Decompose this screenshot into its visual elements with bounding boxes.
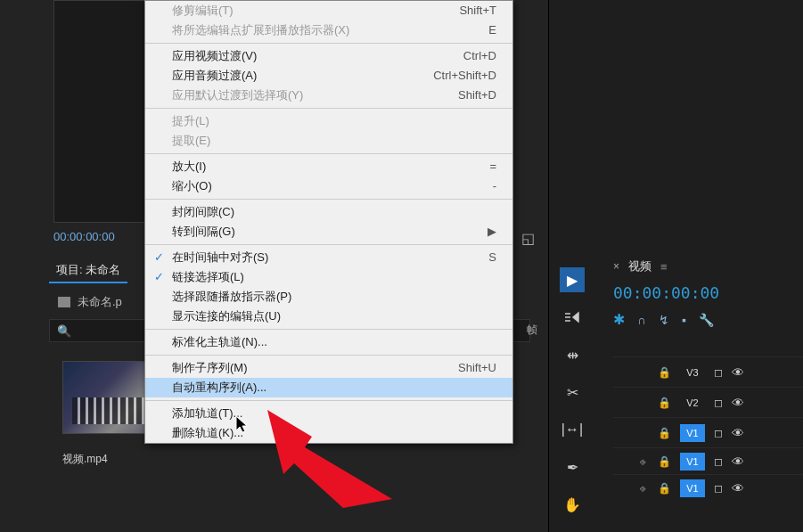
linked-selection-icon[interactable]: ↯ <box>659 313 669 327</box>
menu-item: 将所选编辑点扩展到播放指示器(X)E <box>145 20 512 40</box>
menu-separator <box>145 244 512 245</box>
menu-item: 提取(E) <box>145 131 512 151</box>
menu-item[interactable]: 应用音频过渡(A)Ctrl+Shift+D <box>145 66 512 86</box>
check-icon: ✓ <box>151 250 167 265</box>
track-patch-icon[interactable]: ⎆ <box>640 456 646 467</box>
track-toggle-icon[interactable]: ◻ <box>714 455 723 468</box>
track-row-V1[interactable]: 🔒V1◻👁 <box>613 417 803 447</box>
magnet-icon[interactable]: ∩ <box>637 313 646 327</box>
track-label[interactable]: V1 <box>680 453 705 471</box>
timeline-timecode[interactable]: 00:00:00:00 <box>613 283 796 302</box>
menu-item: 提升(L) <box>145 111 512 131</box>
menu-separator <box>145 355 512 356</box>
selection-tool[interactable]: ▶ <box>560 267 585 292</box>
track-row-V1b[interactable]: ⎆🔒V1◻👁 <box>613 447 803 474</box>
track-toggle-icon[interactable]: ◻ <box>714 397 723 409</box>
menu-item-label: 应用默认过渡到选择项(Y) <box>172 88 303 102</box>
bin-icon <box>58 297 70 307</box>
annotation-arrow <box>267 410 401 512</box>
svg-marker-0 <box>236 416 247 432</box>
menu-shortcut: - <box>493 179 496 193</box>
menu-item-label: 应用音频过渡(A) <box>172 69 257 83</box>
menu-item-label: 制作子序列(M) <box>172 361 248 375</box>
track-patch-icon[interactable]: ⎆ <box>640 483 646 494</box>
menu-item[interactable]: 标准化主轨道(N)... <box>145 332 512 352</box>
menu-item[interactable]: 选择跟随播放指示器(P) <box>145 287 512 307</box>
panel-menu-icon[interactable]: ≡ <box>660 260 668 274</box>
eye-icon[interactable]: 👁 <box>732 426 744 440</box>
track-toggle-icon[interactable]: ◻ <box>714 366 723 379</box>
track-toggle-icon[interactable]: ◻ <box>714 427 723 439</box>
svg-marker-1 <box>267 410 392 508</box>
eye-icon[interactable]: 👁 <box>732 365 744 380</box>
menu-separator <box>145 108 512 109</box>
lock-icon[interactable]: 🔒 <box>658 397 671 409</box>
snap-icon[interactable]: ✱ <box>613 311 625 328</box>
menu-item: 应用默认过渡到选择项(Y)Shift+D <box>145 86 512 105</box>
track-row-V1c[interactable]: ⎆🔒V1◻👁 <box>613 474 803 501</box>
menu-item-label: 将所选编辑点扩展到播放指示器(X) <box>172 23 349 37</box>
eye-icon[interactable]: 👁 <box>732 454 744 469</box>
menu-item[interactable]: 自动重构序列(A)... <box>145 378 512 397</box>
sequence-context-menu: 修剪编辑(T)Shift+T将所选编辑点扩展到播放指示器(X)E应用视频过渡(V… <box>144 0 513 444</box>
bin-label: 未命名.p <box>78 294 122 310</box>
hand-tool[interactable]: ✋ <box>560 492 585 517</box>
eye-icon[interactable]: 👁 <box>732 396 744 410</box>
track-label[interactable]: V3 <box>680 364 705 381</box>
track-label[interactable]: V1 <box>680 479 705 497</box>
menu-shortcut: Ctrl+D <box>463 49 496 63</box>
menu-separator <box>145 329 512 330</box>
track-label[interactable]: V1 <box>680 424 705 442</box>
menu-item-label: 提取(E) <box>172 134 210 148</box>
menu-shortcut: S <box>488 250 496 265</box>
track-label[interactable]: V2 <box>680 394 705 412</box>
source-timecode: 00:00:00:00 <box>53 230 115 243</box>
menu-separator <box>145 153 512 154</box>
menu-item-label: 显示连接的编辑点(U) <box>172 309 281 323</box>
lock-icon[interactable]: 🔒 <box>658 366 671 379</box>
timeline-tab-label[interactable]: 视频 <box>628 258 651 274</box>
track-row-V2[interactable]: 🔒V2◻👁 <box>613 387 803 417</box>
export-frame-icon[interactable]: ◱ <box>521 230 535 247</box>
track-toggle-icon[interactable]: ◻ <box>714 482 723 495</box>
menu-item-label: 添加轨道(T)... <box>172 406 242 421</box>
marker-icon[interactable]: ▪ <box>682 313 686 327</box>
lock-icon[interactable]: 🔒 <box>658 427 671 439</box>
pen-tool[interactable]: ✒ <box>560 454 585 479</box>
timeline-toolbar-icons: ✱ ∩ ↯ ▪ 🔧 <box>613 311 796 328</box>
menu-item[interactable]: 封闭间隙(C) <box>145 202 512 222</box>
eye-icon[interactable]: 👁 <box>732 481 744 495</box>
menu-item[interactable]: ✓链接选择项(L) <box>145 267 512 287</box>
menu-item[interactable]: 缩小(O)- <box>145 176 512 196</box>
check-icon: ✓ <box>151 270 167 284</box>
menu-shortcut: E <box>488 23 496 37</box>
menu-item[interactable]: 转到间隔(G)▶ <box>145 222 512 241</box>
track-row-V3[interactable]: 🔒V3◻👁 <box>613 356 803 387</box>
menu-shortcut: Shift+U <box>458 361 496 375</box>
menu-shortcut: Shift+D <box>458 88 496 102</box>
menu-item[interactable]: ✓在时间轴中对齐(S)S <box>145 248 512 267</box>
track-select-tool[interactable] <box>560 305 585 330</box>
project-bin-row: 未命名.p <box>58 294 122 310</box>
menu-item-label: 放大(I) <box>172 160 206 174</box>
lock-icon[interactable]: 🔒 <box>658 482 671 495</box>
menu-item-label: 转到间隔(G) <box>172 225 235 239</box>
mouse-cursor-icon <box>236 416 250 438</box>
menu-item[interactable]: 应用视频过渡(V)Ctrl+D <box>145 46 512 66</box>
menu-separator <box>145 400 512 401</box>
close-tab-icon[interactable]: × <box>613 260 619 273</box>
search-icon: 🔍 <box>57 324 71 338</box>
menu-item[interactable]: 放大(I)= <box>145 157 512 176</box>
menu-item[interactable]: 显示连接的编辑点(U) <box>145 307 512 326</box>
razor-tool[interactable]: ✂ <box>560 380 585 405</box>
menu-item-label: 选择跟随播放指示器(P) <box>172 290 291 304</box>
lock-icon[interactable]: 🔒 <box>658 455 671 468</box>
ripple-edit-tool[interactable]: ⇹ <box>560 342 585 367</box>
menu-shortcut: Shift+T <box>459 4 496 18</box>
menu-item-label: 缩小(O) <box>172 179 212 193</box>
project-panel-tab[interactable]: 项目: 未命名 <box>49 258 127 283</box>
preview-monitor <box>53 0 147 223</box>
menu-item[interactable]: 制作子序列(M)Shift+U <box>145 358 512 378</box>
slip-tool[interactable]: |↔| <box>560 417 585 442</box>
settings-icon[interactable]: 🔧 <box>699 313 714 327</box>
